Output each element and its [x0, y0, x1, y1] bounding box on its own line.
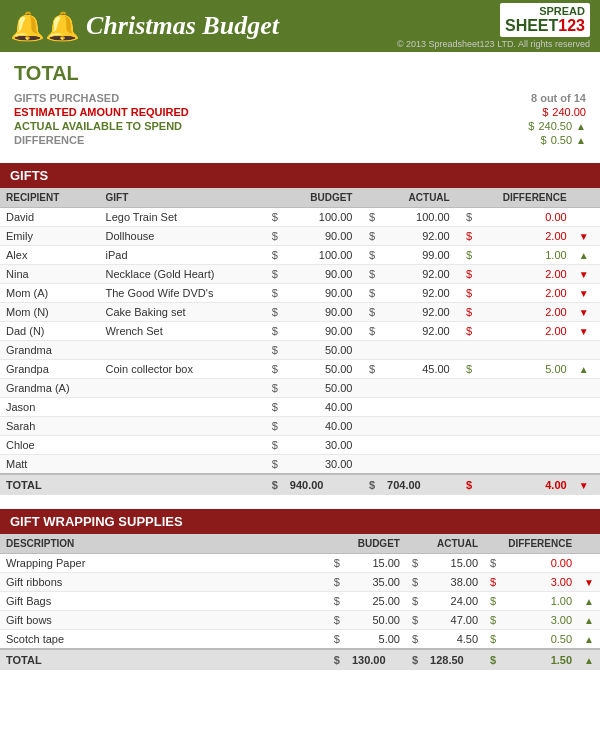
diff-cell: [478, 379, 572, 398]
row-arrow-up-icon: ▲: [579, 364, 589, 375]
budget-cell: 50.00: [284, 379, 359, 398]
wrapping-table-row: Wrapping Paper $ 15.00 $ 15.00 $ 0.00: [0, 554, 600, 573]
actual-dollar-cell: $: [358, 322, 381, 341]
diff-cell: 0.00: [478, 208, 572, 227]
gifts-table-row: Grandpa Coin collector box $ 50.00 $ 45.…: [0, 360, 600, 379]
actual-cell: 92.00: [381, 322, 456, 341]
gift-cell: Lego Train Set: [100, 208, 262, 227]
w-actual-dollar-cell: $: [406, 573, 424, 592]
recipient-cell: Matt: [0, 455, 100, 475]
gifts-total-budget: 940.00: [284, 474, 359, 495]
desc-cell: Gift bows: [0, 611, 328, 630]
difference-arrow-up-icon: ▲: [576, 135, 586, 146]
actual-cell: 99.00: [381, 246, 456, 265]
budget-dollar-cell: $: [261, 265, 284, 284]
w-budget-cell: 50.00: [346, 611, 406, 630]
gifts-purchased-label: GIFTS PURCHASED: [14, 92, 119, 104]
arrow-cell: ▲: [573, 360, 600, 379]
budget-cell: 100.00: [284, 246, 359, 265]
gifts-total-label: TOTAL: [0, 474, 261, 495]
gifts-table-row: Mom (A) The Good Wife DVD's $ 90.00 $ 92…: [0, 284, 600, 303]
wrapping-total-arrow: ▲: [578, 649, 600, 670]
diff-dollar-cell: $: [456, 227, 479, 246]
wrapping-table-row: Gift ribbons $ 35.00 $ 38.00 $ 3.00 ▼: [0, 573, 600, 592]
gift-cell: Wrench Set: [100, 322, 262, 341]
arrow-cell: ▼: [573, 284, 600, 303]
budget-dollar-cell: $: [261, 341, 284, 360]
gift-cell: [100, 436, 262, 455]
diff-dollar-cell: $: [456, 303, 479, 322]
arrow-cell: [573, 436, 600, 455]
w-diff-dollar-cell: $: [484, 630, 502, 650]
actual-cell: [381, 379, 456, 398]
w-arrow-cell: ▼: [578, 573, 600, 592]
budget-dollar-cell: $: [261, 322, 284, 341]
arrow-cell: ▼: [573, 227, 600, 246]
page-header: 🔔🔔 Christmas Budget SPREAD SHEET 123 © 2…: [0, 0, 600, 52]
actual-cell: [381, 417, 456, 436]
w-diff-cell: 3.00: [502, 611, 578, 630]
col-diff-dollar: [456, 188, 479, 208]
wrapping-section-title: GIFT WRAPPING SUPPLIES: [10, 514, 183, 529]
w-diff-cell: 3.00: [502, 573, 578, 592]
actual-dollar-cell: $: [358, 360, 381, 379]
arrow-cell: ▼: [573, 322, 600, 341]
gifts-total-arrow: ▼: [573, 474, 600, 495]
diff-dollar-cell: [456, 417, 479, 436]
w-budget-dollar-cell: $: [328, 554, 346, 573]
gifts-total-actual: 704.00: [381, 474, 456, 495]
desc-cell: Scotch tape: [0, 630, 328, 650]
col-budget: BUDGET: [284, 188, 359, 208]
actual-dollar-cell: [358, 455, 381, 475]
diff-dollar-cell: [456, 398, 479, 417]
gifts-section-header: GIFTS: [0, 163, 600, 188]
gift-cell: [100, 398, 262, 417]
gifts-table-row: David Lego Train Set $ 100.00 $ 100.00 $…: [0, 208, 600, 227]
wrapping-table-row: Gift bows $ 50.00 $ 47.00 $ 3.00 ▲: [0, 611, 600, 630]
col-budget-dollar: [261, 188, 284, 208]
summary-section: TOTAL GIFTS PURCHASED 8 out of 14 ESTIMA…: [0, 52, 600, 155]
actual-cell: [381, 341, 456, 360]
actual-dollar-cell: $: [358, 208, 381, 227]
budget-cell: 50.00: [284, 360, 359, 379]
estimated-row: ESTIMATED AMOUNT REQUIRED $ 240.00: [14, 105, 586, 119]
gifts-table-row: Dad (N) Wrench Set $ 90.00 $ 92.00 $ 2.0…: [0, 322, 600, 341]
gifts-total-row: TOTAL $ 940.00 $ 704.00 $ 4.00 ▼: [0, 474, 600, 495]
logo-sheet: SHEET: [505, 17, 558, 35]
w-actual-dollar-cell: $: [406, 611, 424, 630]
w-budget-cell: 35.00: [346, 573, 406, 592]
diff-dollar-cell: [456, 436, 479, 455]
summary-title: TOTAL: [14, 62, 586, 85]
difference-dollar: $: [541, 134, 547, 146]
col-difference: DIFFERENCE: [478, 188, 572, 208]
diff-cell: 2.00: [478, 303, 572, 322]
w-budget-dollar-cell: $: [328, 573, 346, 592]
actual-cell: 92.00: [381, 227, 456, 246]
w-arrow-cell: ▲: [578, 630, 600, 650]
bells-icon: 🔔🔔: [10, 10, 80, 43]
row-arrow-down-icon: ▼: [579, 326, 589, 337]
diff-cell: 2.00: [478, 227, 572, 246]
col-w-difference: DIFFERENCE: [502, 534, 578, 554]
wrapping-total-budget: 130.00: [346, 649, 406, 670]
gift-cell: Dollhouse: [100, 227, 262, 246]
wrapping-table-header: DESCRIPTION BUDGET ACTUAL DIFFERENCE: [0, 534, 600, 554]
actual-dollar-cell: [358, 398, 381, 417]
w-diff-cell: 0.00: [502, 554, 578, 573]
diff-cell: 2.00: [478, 284, 572, 303]
desc-cell: Gift Bags: [0, 592, 328, 611]
estimated-dollar: $: [542, 106, 548, 118]
diff-dollar-cell: $: [456, 284, 479, 303]
arrow-cell: [573, 417, 600, 436]
w-actual-cell: 47.00: [424, 611, 484, 630]
gifts-table-row: Alex iPad $ 100.00 $ 99.00 $ 1.00 ▲: [0, 246, 600, 265]
col-actual: ACTUAL: [381, 188, 456, 208]
w-actual-dollar-cell: $: [406, 554, 424, 573]
actual-arrow-up-icon: ▲: [576, 121, 586, 132]
gifts-table-row: Grandma $ 50.00: [0, 341, 600, 360]
gift-cell: The Good Wife DVD's: [100, 284, 262, 303]
arrow-cell: ▼: [573, 265, 600, 284]
recipient-cell: David: [0, 208, 100, 227]
logo-123: 123: [558, 17, 585, 35]
row-arrow-up-icon: ▲: [584, 615, 594, 626]
